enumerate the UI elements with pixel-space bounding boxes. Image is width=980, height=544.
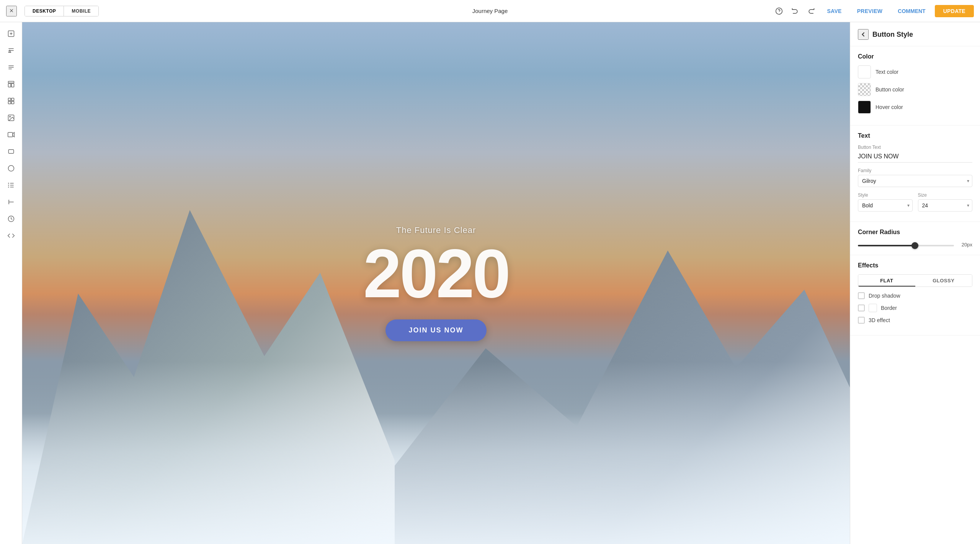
panel-header: Button Style bbox=[850, 22, 980, 46]
corner-radius-slider[interactable] bbox=[858, 245, 954, 246]
text-color-row: Text color bbox=[858, 65, 972, 78]
border-row: Border bbox=[858, 304, 972, 312]
button-color-label: Button color bbox=[875, 86, 904, 93]
desktop-view-button[interactable]: DESKTOP bbox=[25, 6, 64, 16]
svg-point-16 bbox=[9, 116, 10, 117]
mobile-view-button[interactable]: MOBILE bbox=[64, 6, 98, 16]
drop-shadow-checkbox[interactable] bbox=[858, 292, 865, 299]
size-select-wrapper: 16 18 20 22 24 28 32 ▾ bbox=[918, 199, 973, 212]
svg-rect-9 bbox=[8, 83, 11, 87]
sidebar-item-widget[interactable] bbox=[3, 93, 19, 109]
svg-point-24 bbox=[8, 183, 9, 184]
corner-radius-label: Corner Radius bbox=[858, 229, 972, 236]
redo-button[interactable] bbox=[805, 5, 818, 18]
size-col: Size 16 18 20 22 24 28 32 ▾ bbox=[918, 192, 973, 212]
3d-effect-label: 3D effect bbox=[869, 317, 890, 323]
canvas-year: 2020 bbox=[363, 239, 509, 308]
sidebar-item-shape[interactable] bbox=[3, 144, 19, 159]
button-color-row: Button color bbox=[858, 83, 972, 96]
hover-color-swatch[interactable] bbox=[858, 101, 871, 114]
undo-button[interactable] bbox=[789, 5, 802, 18]
border-checkbox[interactable] bbox=[858, 305, 865, 311]
button-color-swatch[interactable] bbox=[858, 83, 871, 96]
main-area: A bbox=[0, 22, 980, 544]
color-section-label: Color bbox=[858, 53, 972, 60]
panel-back-button[interactable] bbox=[858, 29, 869, 40]
page-title: Journey Page bbox=[472, 8, 508, 14]
family-select-wrapper: Gilroy Roboto Open Sans Lato Montserrat … bbox=[858, 175, 972, 187]
border-color-swatch[interactable] bbox=[869, 304, 877, 312]
canvas-area: The Future Is Clear 2020 JOIN US NOW bbox=[22, 22, 850, 544]
svg-rect-11 bbox=[8, 98, 11, 101]
sidebar-item-layout[interactable] bbox=[3, 77, 19, 92]
effects-toggle: FLAT GLOSSY bbox=[858, 274, 972, 287]
save-button[interactable]: SAVE bbox=[821, 6, 848, 16]
style-size-row: Style Bold Regular Italic Bold Italic ▾ … bbox=[858, 192, 972, 212]
update-button[interactable]: UPDATE bbox=[935, 5, 974, 17]
glossy-button[interactable]: GLOSSY bbox=[915, 275, 972, 287]
effects-label: Effects bbox=[858, 262, 972, 269]
text-color-swatch[interactable] bbox=[858, 65, 871, 78]
border-label: Border bbox=[881, 305, 897, 311]
drop-shadow-label: Drop shadow bbox=[869, 293, 900, 299]
sidebar-item-media[interactable] bbox=[3, 110, 19, 125]
svg-rect-13 bbox=[8, 101, 11, 104]
help-button[interactable] bbox=[773, 5, 786, 18]
style-label: Style bbox=[858, 192, 913, 198]
svg-rect-19 bbox=[8, 150, 13, 153]
topbar-actions: SAVE PREVIEW COMMENT UPDATE bbox=[773, 5, 974, 18]
corner-radius-slider-container bbox=[858, 241, 954, 248]
text-color-label: Text color bbox=[875, 69, 898, 75]
canvas-content: The Future Is Clear 2020 JOIN US NOW bbox=[22, 22, 850, 544]
svg-point-20 bbox=[8, 166, 14, 171]
svg-point-26 bbox=[8, 187, 9, 188]
color-section: Color Text color Button color Hover colo… bbox=[850, 46, 980, 125]
sidebar-item-video[interactable] bbox=[3, 127, 19, 142]
sidebar-item-clock[interactable] bbox=[3, 211, 19, 226]
style-select-wrapper: Bold Regular Italic Bold Italic ▾ bbox=[858, 199, 913, 212]
family-label: Family bbox=[858, 168, 972, 173]
canvas-subtitle: The Future Is Clear bbox=[363, 225, 509, 235]
view-toggle: DESKTOP MOBILE bbox=[24, 6, 99, 16]
drop-shadow-row: Drop shadow bbox=[858, 292, 972, 299]
hover-color-row: Hover color bbox=[858, 101, 972, 114]
comment-button[interactable]: COMMENT bbox=[892, 6, 931, 16]
right-panel: Button Style Color Text color Button col… bbox=[850, 22, 980, 544]
svg-rect-10 bbox=[11, 83, 14, 87]
sidebar-item-timeline[interactable] bbox=[3, 194, 19, 210]
3d-effect-checkbox[interactable] bbox=[858, 317, 865, 324]
svg-rect-17 bbox=[8, 132, 13, 137]
corner-radius-row: 20px bbox=[858, 241, 972, 248]
svg-rect-8 bbox=[8, 81, 14, 83]
corner-radius-section: Corner Radius 20px bbox=[850, 222, 980, 255]
close-button[interactable]: × bbox=[6, 6, 17, 16]
sidebar-item-code[interactable] bbox=[3, 228, 19, 243]
family-select[interactable]: Gilroy Roboto Open Sans Lato Montserrat bbox=[858, 175, 972, 187]
topbar: × DESKTOP MOBILE Journey Page SAVE PREVI… bbox=[0, 0, 980, 22]
corner-radius-value: 20px bbox=[958, 242, 972, 248]
size-select[interactable]: 16 18 20 22 24 28 32 bbox=[918, 199, 973, 212]
sidebar-item-add-section[interactable] bbox=[3, 26, 19, 41]
sidebar-item-text[interactable]: A bbox=[3, 43, 19, 58]
effects-section: Effects FLAT GLOSSY Drop shadow Border 3… bbox=[850, 255, 980, 336]
svg-text:A: A bbox=[8, 49, 11, 54]
svg-rect-12 bbox=[11, 98, 14, 101]
text-section-label: Text bbox=[858, 132, 972, 139]
size-label: Size bbox=[918, 192, 973, 198]
snow-overlay bbox=[22, 362, 850, 544]
preview-button[interactable]: PREVIEW bbox=[851, 6, 889, 16]
svg-point-25 bbox=[8, 185, 9, 186]
style-select[interactable]: Bold Regular Italic Bold Italic bbox=[858, 199, 913, 212]
sidebar-item-list[interactable] bbox=[3, 178, 19, 193]
text-section: Text Button Text Family Gilroy Roboto Op… bbox=[850, 125, 980, 222]
canvas-join-button[interactable]: JOIN US NOW bbox=[385, 319, 486, 341]
button-text-input[interactable] bbox=[858, 151, 972, 163]
hover-color-label: Hover color bbox=[875, 104, 903, 110]
3d-effect-row: 3D effect bbox=[858, 317, 972, 324]
canvas-text-container: The Future Is Clear 2020 JOIN US NOW bbox=[363, 225, 509, 341]
sidebar-item-circle[interactable] bbox=[3, 161, 19, 176]
flat-button[interactable]: FLAT bbox=[858, 275, 915, 287]
sidebar-item-paragraph[interactable] bbox=[3, 60, 19, 75]
left-sidebar: A bbox=[0, 22, 22, 544]
style-col: Style Bold Regular Italic Bold Italic ▾ bbox=[858, 192, 913, 212]
